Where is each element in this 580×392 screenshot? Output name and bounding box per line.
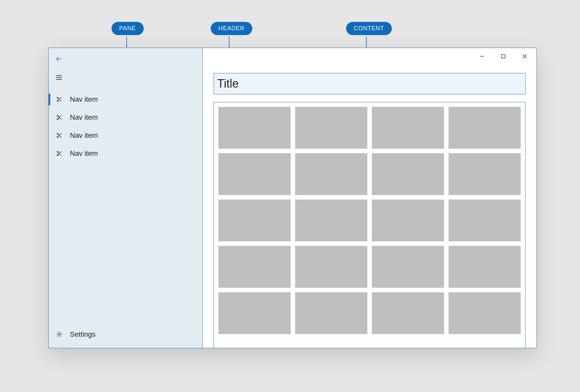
content-tile[interactable] xyxy=(295,246,367,288)
content-tile[interactable] xyxy=(372,200,444,241)
gear-icon xyxy=(56,331,63,338)
close-button[interactable] xyxy=(514,50,535,63)
nav-item-label: Nav item xyxy=(70,95,98,104)
maximize-button[interactable] xyxy=(493,50,514,63)
content-tile[interactable] xyxy=(218,292,291,334)
app-window: Nav item Nav item Nav item Nav item Sett… xyxy=(48,48,537,348)
content-tile[interactable] xyxy=(449,292,521,334)
nav-item-label: Nav item xyxy=(70,113,98,122)
back-button[interactable] xyxy=(53,53,65,65)
content-tile[interactable] xyxy=(372,292,444,334)
content-tile[interactable] xyxy=(218,153,291,195)
nav-item-3[interactable]: Nav item xyxy=(49,145,202,163)
nav-item-2[interactable]: Nav item xyxy=(49,126,202,145)
svg-point-5 xyxy=(57,100,58,102)
hamburger-button[interactable] xyxy=(53,72,65,83)
content-tile[interactable] xyxy=(449,153,521,195)
content-tile[interactable] xyxy=(372,107,444,149)
svg-point-4 xyxy=(57,97,58,98)
svg-point-20 xyxy=(58,333,60,335)
content-tile[interactable] xyxy=(449,107,521,149)
svg-rect-22 xyxy=(502,55,505,58)
back-arrow-icon xyxy=(55,55,63,62)
nav-item-1[interactable]: Nav item xyxy=(49,108,202,126)
scissors-icon xyxy=(56,150,63,157)
minimize-button[interactable] xyxy=(471,50,493,63)
content-tile[interactable] xyxy=(218,200,291,241)
content-tile[interactable] xyxy=(372,153,444,195)
content-tile[interactable] xyxy=(295,153,367,195)
content-tile[interactable] xyxy=(449,246,521,288)
nav-list: Nav item Nav item Nav item Nav item xyxy=(49,90,202,163)
settings-label: Settings xyxy=(70,330,96,339)
svg-point-13 xyxy=(57,136,58,138)
nav-item-label: Nav item xyxy=(70,131,98,140)
content-tile[interactable] xyxy=(218,107,291,149)
navigation-pane: Nav item Nav item Nav item Nav item Sett… xyxy=(49,48,203,348)
content-tile[interactable] xyxy=(372,246,444,288)
settings-item[interactable]: Settings xyxy=(49,325,202,343)
close-icon xyxy=(522,54,527,59)
svg-point-9 xyxy=(57,118,58,120)
content-area xyxy=(214,102,526,348)
scissors-icon xyxy=(56,96,63,103)
svg-point-12 xyxy=(57,133,58,135)
content-tile[interactable] xyxy=(295,107,367,149)
annotation-header-label: HEADER xyxy=(211,22,252,35)
maximize-icon xyxy=(501,54,506,59)
hamburger-icon xyxy=(55,74,63,81)
main-area: Title xyxy=(203,48,536,348)
nav-item-0[interactable]: Nav item xyxy=(49,90,202,108)
svg-point-17 xyxy=(57,154,58,156)
annotation-pane-connector xyxy=(126,37,127,48)
nav-item-label: Nav item xyxy=(70,149,98,158)
page-title: Title xyxy=(217,77,239,90)
scissors-icon xyxy=(56,114,63,121)
content-tile[interactable] xyxy=(295,200,367,241)
minimize-icon xyxy=(479,54,485,59)
content-tile[interactable] xyxy=(449,200,521,241)
annotation-pane-label: PANE xyxy=(111,22,144,35)
svg-point-8 xyxy=(57,115,58,117)
scissors-icon xyxy=(56,132,63,139)
window-controls xyxy=(471,50,535,63)
svg-point-16 xyxy=(57,151,58,153)
content-tile[interactable] xyxy=(295,292,367,334)
annotation-content-label: CONTENT xyxy=(346,22,392,35)
content-tile[interactable] xyxy=(218,246,291,288)
content-grid xyxy=(218,107,521,334)
page-header: Title xyxy=(214,73,526,94)
